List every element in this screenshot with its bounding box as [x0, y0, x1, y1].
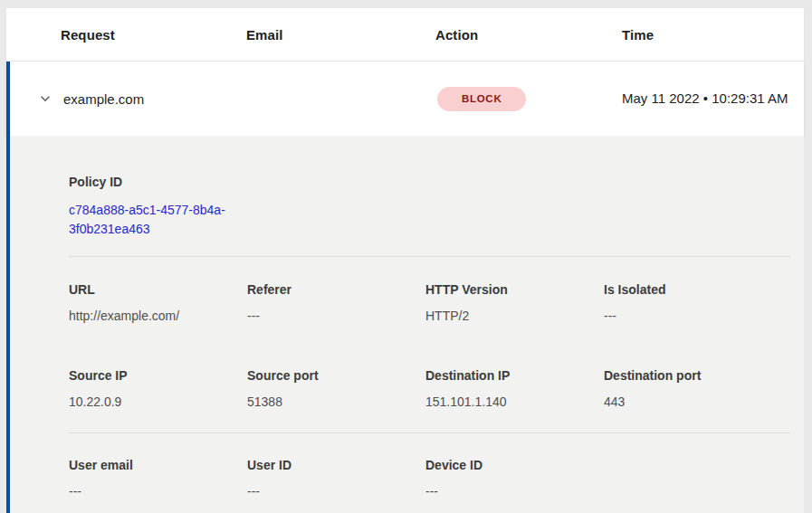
field-value: http://example.com/	[69, 309, 247, 323]
field-value: HTTP/2	[425, 309, 604, 323]
field-value: ---	[425, 484, 604, 499]
column-header-request: Request	[6, 27, 246, 43]
field-value: ---	[247, 484, 425, 499]
field-label: Source port	[247, 368, 425, 383]
field-user-id: User ID ---	[247, 458, 425, 499]
table-row[interactable]: example.com BLOCK May 11 2022 • 10:29:31…	[6, 62, 804, 136]
field-value: 151.101.1.140	[425, 394, 604, 409]
row-request-cell: example.com	[10, 91, 246, 107]
field-label: User ID	[247, 458, 425, 472]
field-referer: Referer ---	[247, 282, 425, 323]
field-is-isolated: Is Isolated ---	[604, 282, 782, 323]
section-divider	[69, 256, 790, 257]
field-value: ---	[69, 484, 247, 499]
chevron-down-icon[interactable]	[38, 91, 53, 106]
field-label: URL	[69, 282, 247, 297]
log-detail-page: Request Email Action Time example.com BL…	[0, 0, 812, 513]
field-label: Destination IP	[425, 368, 604, 383]
field-device-id: Device ID ---	[425, 458, 604, 499]
field-url: URL http://example.com/	[69, 282, 247, 323]
field-label: HTTP Version	[425, 282, 604, 297]
field-value: ---	[604, 309, 782, 323]
field-source-port: Source port 51388	[247, 368, 425, 409]
field-label: Referer	[247, 282, 425, 297]
field-label: Source IP	[69, 368, 247, 383]
field-value: 10.22.0.9	[69, 394, 247, 409]
policy-id-link[interactable]: c784a888-a5c1-4577-8b4a-3f0b231ea463	[69, 201, 250, 239]
row-detail-panel: Policy ID c784a888-a5c1-4577-8b4a-3f0b23…	[6, 136, 804, 513]
field-label: Is Isolated	[604, 282, 782, 297]
field-value: ---	[247, 309, 425, 323]
field-destination-port: Destination port 443	[604, 368, 782, 409]
field-label: Destination port	[604, 368, 782, 383]
field-http-version: HTTP Version HTTP/2	[425, 282, 604, 323]
detail-fields-row-1: URL http://example.com/ Referer --- HTTP…	[69, 282, 804, 323]
column-header-email: Email	[246, 27, 435, 43]
field-user-email: User email ---	[69, 458, 247, 499]
field-label: Device ID	[425, 458, 604, 472]
row-time-value: May 11 2022 • 10:29:31 AM	[622, 88, 804, 109]
row-action-cell: BLOCK	[435, 87, 622, 111]
field-label: User email	[69, 458, 247, 472]
table-header-row: Request Email Action Time	[6, 8, 804, 62]
field-destination-ip: Destination IP 151.101.1.140	[425, 368, 604, 409]
field-source-ip: Source IP 10.22.0.9	[69, 368, 247, 409]
column-header-action: Action	[435, 27, 622, 43]
column-header-time: Time	[622, 27, 804, 43]
row-request-value: example.com	[63, 91, 144, 107]
action-block-badge: BLOCK	[437, 87, 526, 111]
detail-fields-row-3: User email --- User ID --- Device ID ---	[69, 458, 804, 499]
detail-fields-row-2: Source IP 10.22.0.9 Source port 51388 De…	[69, 368, 804, 409]
field-value: 443	[604, 394, 782, 409]
section-divider	[69, 432, 790, 433]
policy-id-label: Policy ID	[69, 175, 804, 189]
field-value: 51388	[247, 394, 425, 409]
